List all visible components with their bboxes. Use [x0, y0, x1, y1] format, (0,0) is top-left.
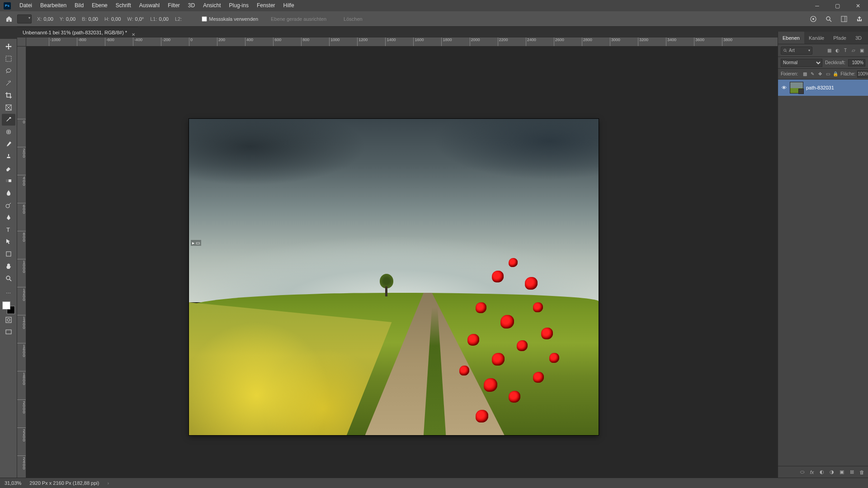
hand-tool[interactable]: [2, 260, 15, 272]
menu-filter[interactable]: Filter: [164, 0, 184, 11]
status-menu-icon[interactable]: ›: [107, 480, 109, 486]
lock-position-icon[interactable]: ✥: [817, 71, 823, 77]
panel-tab-ebenen[interactable]: Ebenen: [778, 32, 804, 44]
layer-fx-icon[interactable]: fx: [808, 469, 816, 476]
menu-schrift[interactable]: Schrift: [112, 0, 135, 11]
adjustment-layer-icon[interactable]: ◑: [828, 469, 835, 476]
svg-point-20: [6, 276, 10, 280]
layer-mask-icon[interactable]: ◐: [818, 469, 826, 476]
screen-mode-icon[interactable]: [2, 326, 15, 338]
filter-smart-icon[interactable]: ▣: [858, 47, 865, 54]
fill-input[interactable]: 100%: [857, 70, 868, 78]
lock-all-icon[interactable]: 🔒: [832, 71, 839, 77]
eyedropper-tool[interactable]: [2, 114, 15, 126]
filter-adjust-icon[interactable]: ◐: [834, 47, 841, 54]
brush-tool[interactable]: [2, 138, 15, 150]
layer-thumbnail[interactable]: [790, 82, 803, 94]
magic-wand-tool[interactable]: [2, 77, 15, 89]
maximize-button[interactable]: ▢: [827, 0, 848, 11]
lock-artboard-icon[interactable]: ▭: [825, 71, 831, 77]
menu-3d[interactable]: 3D: [184, 0, 199, 11]
tools-panel: T ⋯: [0, 39, 17, 478]
cloud-docs-icon[interactable]: [808, 14, 818, 24]
ruler-origin[interactable]: [17, 38, 26, 47]
blur-tool[interactable]: [2, 187, 15, 199]
shape-tool[interactable]: [2, 248, 15, 260]
menu-bearbeiten[interactable]: Bearbeiten: [36, 0, 71, 11]
panel-tab-3d[interactable]: 3D: [851, 32, 866, 44]
canvas[interactable]: [189, 119, 599, 435]
layer-item[interactable]: 👁 path-832031: [778, 80, 868, 96]
edit-toolbar-icon[interactable]: ⋯: [2, 287, 15, 299]
healing-brush-tool[interactable]: [2, 126, 15, 138]
dodge-tool[interactable]: [2, 199, 15, 211]
crop-tool[interactable]: [2, 89, 15, 101]
layers-panel: EbenenKanälePfade3D Art ▾ ▦ ◐ T ▱ ▣ Norm…: [778, 32, 868, 478]
visibility-toggle-icon[interactable]: 👁: [781, 85, 787, 90]
layer-list[interactable]: 👁 path-832031: [778, 80, 868, 466]
link-layers-icon[interactable]: ⬭: [798, 469, 806, 476]
lock-row: Fixieren: ▩ ✎ ✥ ▭ 🔒 Fläche: 100%: [778, 69, 868, 80]
delete-layer-icon[interactable]: 🗑: [858, 469, 865, 476]
path-selection-tool[interactable]: [2, 236, 15, 248]
layer-group-icon[interactable]: ▣: [838, 469, 845, 476]
workspace-icon[interactable]: [839, 14, 849, 24]
menu-bild[interactable]: Bild: [71, 0, 88, 11]
image-poppy: [509, 258, 518, 267]
straighten-button[interactable]: Ebene gerade ausrichten: [266, 15, 331, 23]
zoom-level[interactable]: 31,03%: [5, 480, 21, 486]
canvas-area[interactable]: ▸ ▭: [26, 47, 778, 478]
close-button[interactable]: ✕: [848, 0, 868, 11]
move-tool[interactable]: [2, 41, 15, 52]
svg-line-17: [9, 203, 11, 205]
svg-rect-19: [6, 252, 11, 256]
lasso-tool[interactable]: [2, 65, 15, 77]
menu-hilfe[interactable]: Hilfe: [279, 0, 298, 11]
svg-point-2: [826, 17, 830, 20]
home-icon[interactable]: [4, 14, 14, 24]
panel-tab-pfade[interactable]: Pfade: [829, 32, 851, 44]
layer-name[interactable]: path-832031: [806, 85, 834, 90]
layer-filter-dropdown[interactable]: Art ▾: [781, 47, 812, 55]
zoom-tool[interactable]: [2, 272, 15, 284]
menu-fenster[interactable]: Fenster: [253, 0, 279, 11]
menu-plug-ins[interactable]: Plug-ins: [225, 0, 253, 11]
svg-rect-15: [6, 179, 9, 182]
quick-mask-icon[interactable]: [2, 314, 15, 326]
menu-ansicht[interactable]: Ansicht: [199, 0, 225, 11]
menu-bar: Ps DateiBearbeitenBildEbeneSchriftAuswah…: [0, 0, 868, 11]
clear-button[interactable]: Löschen: [339, 15, 367, 23]
new-layer-icon[interactable]: ⊞: [848, 469, 855, 476]
frame-tool[interactable]: [2, 102, 15, 113]
document-window: -1000-800-600-400-2000200400600800100012…: [17, 38, 778, 478]
horizontal-ruler[interactable]: -1000-800-600-400-2000200400600800100012…: [26, 38, 778, 47]
document-info[interactable]: 2920 Px x 2160 Px (182,88 ppi): [29, 480, 99, 486]
share-icon[interactable]: [854, 14, 864, 24]
opacity-input[interactable]: 100%: [848, 59, 865, 66]
minimize-button[interactable]: ─: [807, 0, 827, 11]
document-tab[interactable]: Unbenannt-1 bei 31% (path-832031, RGB/8#…: [17, 27, 138, 38]
menu-datei[interactable]: Datei: [15, 0, 36, 11]
gradient-tool[interactable]: [2, 175, 15, 187]
tool-preset-picker[interactable]: [17, 14, 32, 23]
filter-pixel-icon[interactable]: ▦: [826, 47, 833, 54]
svg-rect-24: [6, 330, 11, 334]
use-scale-checkbox[interactable]: Messskala verwenden: [202, 16, 258, 22]
eraser-tool[interactable]: [2, 163, 15, 174]
filter-shape-icon[interactable]: ▱: [850, 47, 857, 54]
search-icon[interactable]: [824, 14, 834, 24]
menu-ebene[interactable]: Ebene: [88, 0, 112, 11]
panel-tab-kanäle[interactable]: Kanäle: [804, 32, 829, 44]
document-tab-bar: Unbenannt-1 bei 31% (path-832031, RGB/8#…: [17, 27, 138, 38]
menu-auswahl[interactable]: Auswahl: [135, 0, 164, 11]
clone-stamp-tool[interactable]: [2, 150, 15, 162]
lock-transparency-icon[interactable]: ▩: [802, 71, 808, 77]
blend-mode-select[interactable]: Normal: [781, 59, 822, 67]
type-tool[interactable]: T: [2, 224, 15, 235]
color-swatches[interactable]: [2, 301, 15, 314]
filter-type-icon[interactable]: T: [842, 47, 849, 54]
pen-tool[interactable]: [2, 211, 15, 223]
vertical-ruler[interactable]: 0200400600800100012001400160018002000220…: [17, 47, 26, 478]
lock-pixels-icon[interactable]: ✎: [809, 71, 816, 77]
marquee-tool[interactable]: [2, 53, 15, 65]
